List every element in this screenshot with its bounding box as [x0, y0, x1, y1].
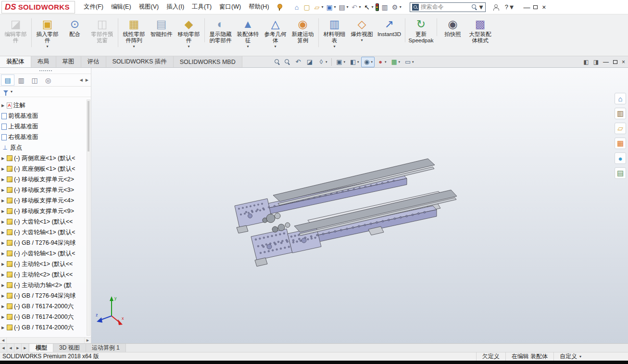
dropdown-arrow-icon[interactable]: ▾: [400, 5, 402, 9]
view-tool-button[interactable]: ◪ ▾: [304, 57, 315, 67]
ribbon-button[interactable]: ↻ 更新 Speedpak ▾: [407, 15, 435, 45]
dropdown-arrow-icon[interactable]: ▾: [274, 44, 276, 49]
tree-item[interactable]: (-) GB / T6174-2000六: [0, 301, 86, 312]
chevron-left-icon[interactable]: ◀: [78, 78, 84, 82]
scroll-next-icon[interactable]: ▶: [14, 344, 22, 352]
tree-item[interactable]: (-) GB / T6174-2000六: [0, 322, 86, 333]
dropdown-arrow-icon[interactable]: ▾: [322, 5, 324, 9]
graphics-area[interactable]: y x z: [0, 68, 628, 343]
scroll-prev-icon[interactable]: ◀: [7, 344, 14, 352]
ribbon-button[interactable]: ◉ 拍快照 ▾: [439, 15, 466, 39]
pin-icon[interactable]: [276, 3, 283, 11]
expand-arrow-icon[interactable]: [1, 251, 7, 256]
expand-arrow-icon[interactable]: [1, 167, 7, 171]
scroll-last-icon[interactable]: ▶: [22, 344, 29, 352]
ribbon-tab[interactable]: 草图: [56, 56, 81, 67]
document-window-button[interactable]: ◧: [583, 59, 589, 65]
ribbon-button[interactable]: ◫ 零部件预览窗 ▾: [88, 15, 116, 45]
document-window-button[interactable]: —: [603, 59, 609, 65]
status-badge[interactable]: 在编辑 装配体 ▾: [505, 352, 553, 361]
view-tool-button[interactable]: ◉ ▾: [361, 57, 375, 67]
close-icon[interactable]: ×: [538, 0, 551, 14]
expand-arrow-icon[interactable]: [1, 241, 7, 245]
tree-horizontal-scrollbar[interactable]: ◀ ▶: [0, 337, 91, 343]
document-tab[interactable]: 3D 视图: [53, 344, 86, 352]
view-tool-button[interactable]: ◧ ▾: [347, 57, 361, 67]
expand-arrow-icon[interactable]: [1, 262, 7, 266]
ribbon-button[interactable]: ◐ 显示隐藏的零部件 ▾: [207, 15, 234, 45]
tree-item[interactable]: (-) 主动轮<2> (默认<<: [0, 269, 86, 280]
dropdown-arrow-icon[interactable]: ▾: [347, 5, 349, 9]
panel-tab[interactable]: ▥: [14, 75, 28, 86]
dropdown-arrow-icon[interactable]: ▾: [361, 38, 363, 42]
expand-arrow-icon[interactable]: [1, 230, 7, 235]
tree-item[interactable]: (-) 移动板支撑单元<4>: [0, 195, 86, 206]
dropdown-arrow-icon[interactable]: ▾: [11, 89, 13, 94]
document-tab[interactable]: 运动算例 1: [86, 344, 126, 352]
chevron-right-icon[interactable]: ▶: [84, 338, 91, 343]
dropdown-arrow-icon[interactable]: ▾: [344, 60, 346, 64]
maximize-icon[interactable]: [533, 5, 538, 9]
quick-toolbar-button[interactable]: ▢ ▾: [302, 2, 312, 12]
dropdown-arrow-icon[interactable]: ▾: [334, 5, 336, 9]
view-tool-button[interactable]: ▭ ▾: [402, 57, 416, 67]
dropdown-arrow-icon[interactable]: ▾: [372, 5, 374, 9]
dropdown-arrow-icon[interactable]: ▾: [333, 44, 335, 49]
expand-arrow-icon[interactable]: [1, 273, 7, 277]
ribbon-button[interactable]: ◉ 新建运动算例 ▾: [289, 15, 316, 45]
view-tool-button[interactable]: ▾: [282, 57, 292, 66]
scrollbar-thumb[interactable]: [88, 101, 89, 151]
scroll-first-icon[interactable]: ◀: [0, 344, 7, 352]
ribbon-tab[interactable]: SOLIDWORKS MBD: [174, 56, 242, 67]
dropdown-arrow-icon[interactable]: ▾: [510, 2, 514, 12]
status-badge[interactable]: 欠定义 ▾: [476, 352, 505, 361]
quick-toolbar-button[interactable]: ↶ ▾: [350, 2, 362, 12]
ribbon-button[interactable]: △ 参考几何体 ▾: [262, 15, 289, 50]
expand-arrow-icon[interactable]: [1, 326, 7, 330]
document-window-button[interactable]: [613, 60, 617, 64]
view-tool-button[interactable]: ● ▾: [375, 57, 389, 67]
ribbon-tab[interactable]: 评估: [81, 56, 106, 67]
ribbon-button[interactable]: ▩ 大型装配体模式 ▾: [466, 15, 494, 45]
ribbon-tab[interactable]: 布局: [31, 56, 56, 67]
dropdown-arrow-icon[interactable]: ▾: [359, 5, 361, 9]
ribbon-button[interactable]: ▦ 线性零部件阵列 ▾: [120, 15, 148, 50]
chevron-left-icon[interactable]: ◀: [0, 338, 7, 343]
document-tab[interactable]: 模型: [30, 344, 53, 352]
expand-arrow-icon[interactable]: [1, 199, 7, 203]
tree-item[interactable]: 右视基准面: [0, 132, 86, 142]
menu-item[interactable]: 插入(I): [163, 3, 188, 11]
scrollbar-track[interactable]: [7, 338, 84, 343]
ribbon-button[interactable]: ↗ Instant3D ▾: [376, 15, 403, 39]
quick-toolbar-button[interactable]: ▾: [375, 3, 379, 12]
chevron-right-icon[interactable]: ▶: [84, 78, 90, 82]
menu-item[interactable]: 编辑(E): [107, 3, 135, 11]
menu-item[interactable]: 帮助(H): [245, 3, 273, 11]
ribbon-button[interactable]: ◪ 编辑零部件 ▾: [2, 15, 29, 45]
view-tool-button[interactable]: ◊ ▾: [315, 57, 329, 67]
expand-arrow-icon[interactable]: [1, 103, 7, 108]
dropdown-arrow-icon[interactable]: ▾: [326, 60, 327, 64]
ribbon-button[interactable]: ▣ 插入零部件 ▾: [34, 15, 61, 50]
quick-toolbar-button[interactable]: ⌂ ▾: [292, 2, 301, 12]
tree-item[interactable]: (-) 底座侧板<1> (默认<: [0, 163, 86, 174]
tree-item[interactable]: (-) 两侧底座<1> (默认<: [0, 153, 86, 163]
dropdown-arrow-icon[interactable]: ▾: [357, 60, 359, 64]
ribbon-button[interactable]: ◆ 移动零部件 ▾: [175, 15, 202, 50]
tree-item[interactable]: (-) 主动轮<1> (默认<<: [0, 259, 86, 269]
ribbon-tab[interactable]: SOLIDWORKS 插件: [106, 56, 174, 67]
ribbon-button[interactable]: ▥ 材料明细表 ▾: [321, 15, 348, 50]
menu-item[interactable]: 文件(F): [80, 3, 107, 11]
dropdown-arrow-icon[interactable]: ▾: [412, 60, 414, 64]
view-tool-button[interactable]: ▣ ▾: [334, 57, 348, 67]
task-pane-button[interactable]: ⌂: [615, 93, 626, 104]
minimize-icon[interactable]: —: [520, 0, 533, 14]
ribbon-button[interactable]: ⊙ 配合 ▾: [61, 15, 88, 39]
dropdown-arrow-icon[interactable]: ▾: [479, 2, 483, 12]
tree-item[interactable]: (-) 移动板支撑单元<2>: [0, 174, 86, 185]
quick-toolbar-button[interactable]: ▣ ▾: [325, 2, 337, 12]
menu-item[interactable]: 窗口(W): [215, 3, 245, 11]
tree-item[interactable]: ⊥ 原点: [0, 142, 86, 153]
tree-item[interactable]: (-) GB / T6174-2000六: [0, 312, 86, 322]
dropdown-arrow-icon[interactable]: ▾: [399, 60, 401, 64]
